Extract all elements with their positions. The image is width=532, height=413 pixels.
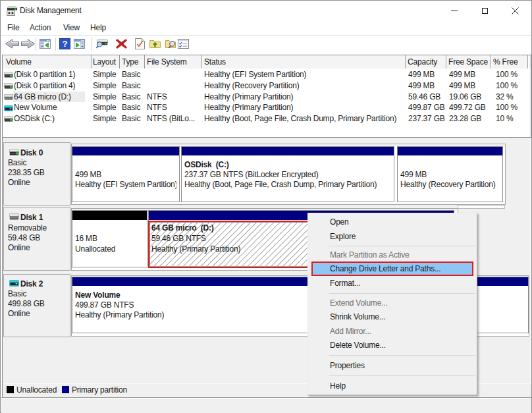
- svg-text:?: ?: [63, 39, 68, 49]
